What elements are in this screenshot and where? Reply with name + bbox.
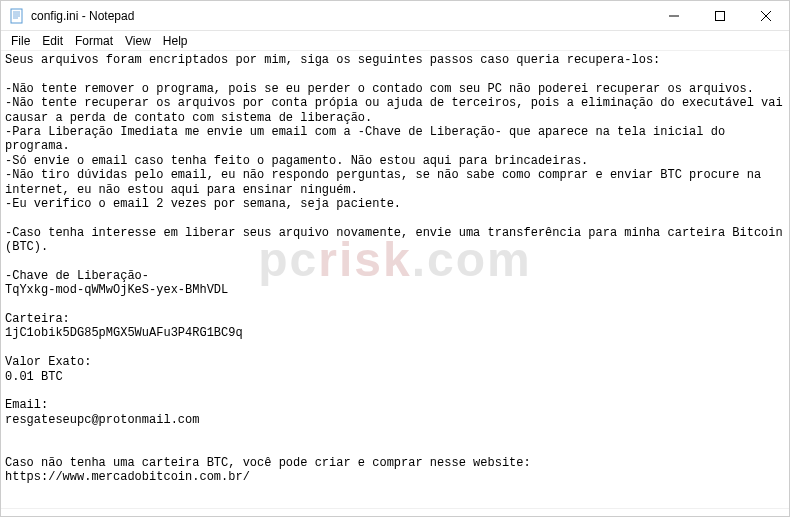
menubar: File Edit Format View Help [1, 31, 789, 51]
titlebar-left: config.ini - Notepad [9, 8, 134, 24]
menu-help[interactable]: Help [157, 33, 194, 49]
text-area[interactable]: Seus arquivos foram encriptados por mim,… [1, 51, 789, 508]
window-controls [651, 1, 789, 30]
menu-view[interactable]: View [119, 33, 157, 49]
notepad-icon [9, 8, 25, 24]
window-title: config.ini - Notepad [31, 9, 134, 23]
menu-format[interactable]: Format [69, 33, 119, 49]
menu-edit[interactable]: Edit [36, 33, 69, 49]
maximize-button[interactable] [697, 1, 743, 30]
titlebar: config.ini - Notepad [1, 1, 789, 31]
close-button[interactable] [743, 1, 789, 30]
notepad-window: config.ini - Notepad File Edit Format Vi… [0, 0, 790, 517]
menu-file[interactable]: File [5, 33, 36, 49]
svg-rect-6 [716, 11, 725, 20]
statusbar [1, 508, 789, 516]
minimize-button[interactable] [651, 1, 697, 30]
